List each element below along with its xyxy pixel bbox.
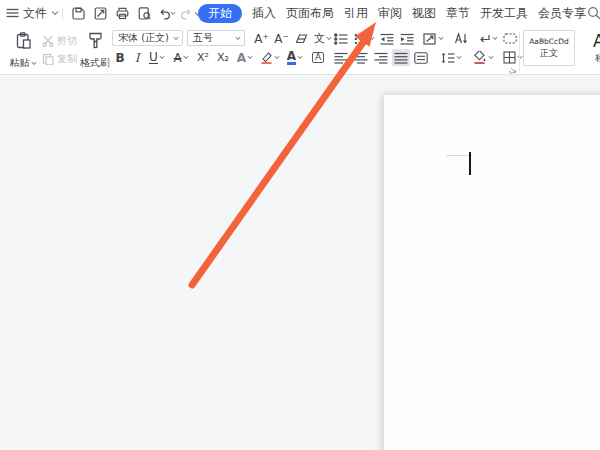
copy-button[interactable]: 复制 — [42, 51, 77, 66]
bold-button[interactable]: B — [112, 49, 128, 66]
tab-review[interactable]: 审阅 — [378, 5, 402, 22]
paste-button[interactable]: 粘贴 — [6, 29, 40, 71]
character-border-button[interactable]: A — [308, 49, 328, 66]
chevron-down-icon — [51, 10, 59, 16]
document-page[interactable] — [384, 95, 600, 450]
pinyin-guide-label: 文 — [314, 33, 325, 44]
undo-dropdown-button[interactable] — [169, 5, 177, 22]
align-left-icon — [334, 52, 348, 64]
font-family-value: 宋体 (正文) — [118, 31, 169, 45]
tab-references[interactable]: 引用 — [344, 5, 368, 22]
subscript-label: X₂ — [217, 52, 229, 63]
shading-bucket-icon — [473, 51, 487, 64]
save-button[interactable] — [70, 5, 87, 22]
increase-indent-icon — [400, 33, 414, 45]
wrap-mark-icon — [477, 33, 491, 45]
sort-button[interactable] — [452, 30, 470, 47]
numbered-list-button[interactable] — [352, 30, 376, 47]
ribbon-tabs: 开始 插入 页面布局 引用 审阅 视图 章节 开发工具 会员专享 — [198, 0, 586, 26]
clear-format-button[interactable] — [293, 30, 309, 47]
align-center-button[interactable] — [352, 49, 370, 66]
sort-icon — [454, 32, 468, 45]
menubar: 文件 — [0, 0, 600, 26]
show-marks-button[interactable] — [502, 30, 518, 47]
tab-view[interactable]: 视图 — [412, 5, 436, 22]
highlight-color-button[interactable] — [258, 49, 282, 66]
print-preview-button[interactable] — [136, 5, 153, 22]
text-direction-button[interactable] — [420, 30, 446, 47]
search-button[interactable] — [587, 6, 600, 20]
strikethrough-label: A — [173, 52, 181, 64]
distributed-align-icon — [414, 52, 428, 64]
paragraph-dialog-launcher-button[interactable] — [508, 66, 518, 74]
group-separator — [519, 31, 520, 71]
superscript-label: X² — [197, 52, 209, 63]
distributed-align-button[interactable] — [412, 49, 430, 66]
save-as-icon — [93, 6, 108, 21]
justify-button[interactable] — [392, 49, 410, 66]
ribbon-toolbar: 粘贴 剪切 复制 格式刷 宋体 (正文) 五号 — [0, 26, 600, 75]
pinyin-guide-button[interactable]: 文 — [312, 30, 334, 47]
shading-button[interactable] — [470, 49, 496, 66]
text-cursor — [469, 152, 471, 175]
style-item-heading[interactable]: Aa 标题 — [578, 30, 600, 66]
numbered-list-icon — [354, 33, 368, 45]
dialog-launcher-icon — [509, 66, 517, 74]
decrease-indent-icon — [380, 33, 394, 45]
format-painter-icon — [86, 31, 105, 50]
strikethrough-button[interactable]: A — [170, 49, 192, 66]
decrease-indent-button[interactable] — [378, 30, 396, 47]
file-menu-label: 文件 — [23, 5, 47, 22]
line-spacing-button[interactable] — [438, 49, 464, 66]
subscript-button[interactable]: X₂ — [214, 49, 232, 66]
style-name: 标题 — [595, 52, 600, 65]
italic-label: I — [135, 52, 140, 64]
save-as-button[interactable] — [92, 5, 109, 22]
format-painter-button[interactable]: 格式刷 — [76, 29, 114, 71]
print-button[interactable] — [114, 5, 131, 22]
application-window: 文件 — [0, 0, 600, 450]
eraser-icon — [295, 33, 308, 45]
style-item-normal[interactable]: AaBbCcDd 正文 — [523, 30, 575, 66]
tab-developer-tools[interactable]: 开发工具 — [480, 5, 528, 22]
chevron-down-icon — [170, 11, 176, 16]
wrap-mark-button[interactable] — [474, 30, 500, 47]
tab-member-exclusive[interactable]: 会员专享 — [538, 5, 586, 22]
shrink-font-button[interactable]: A⁻ — [273, 30, 290, 47]
print-preview-icon — [137, 6, 152, 21]
align-right-icon — [374, 52, 388, 64]
scissors-icon — [42, 35, 54, 47]
copy-label: 复制 — [57, 52, 77, 66]
bullet-list-button[interactable] — [332, 30, 350, 47]
file-menu-button[interactable]: 文件 — [6, 3, 59, 23]
tab-section[interactable]: 章节 — [446, 5, 470, 22]
font-color-button[interactable]: A — [284, 49, 306, 66]
tab-home[interactable]: 开始 — [198, 4, 242, 23]
print-icon — [115, 6, 130, 21]
search-icon — [587, 6, 600, 20]
style-name: 正文 — [540, 47, 558, 60]
line-spacing-icon — [441, 52, 455, 64]
italic-button[interactable]: I — [130, 49, 144, 66]
cut-label: 剪切 — [57, 34, 77, 48]
text-effects-button[interactable]: A — [234, 49, 256, 66]
borders-icon — [503, 51, 516, 64]
cut-button[interactable]: 剪切 — [42, 33, 77, 48]
superscript-button[interactable]: X² — [194, 49, 212, 66]
character-border-label: A — [312, 52, 324, 63]
tab-page-layout[interactable]: 页面布局 — [286, 5, 334, 22]
align-right-button[interactable] — [372, 49, 390, 66]
shrink-font-label: A⁻ — [274, 33, 289, 45]
underline-button[interactable]: U — [146, 49, 168, 66]
font-size-select[interactable]: 五号 — [187, 30, 245, 46]
font-size-value: 五号 — [193, 31, 213, 45]
document-canvas — [0, 75, 600, 450]
increase-indent-button[interactable] — [398, 30, 416, 47]
style-preview: AaBbCcDd — [529, 37, 569, 46]
show-marks-icon — [503, 33, 517, 44]
hamburger-icon — [6, 8, 19, 18]
grow-font-button[interactable]: A⁺ — [253, 30, 270, 47]
align-left-button[interactable] — [332, 49, 350, 66]
tab-insert[interactable]: 插入 — [252, 5, 276, 22]
font-family-select[interactable]: 宋体 (正文) — [112, 30, 183, 46]
